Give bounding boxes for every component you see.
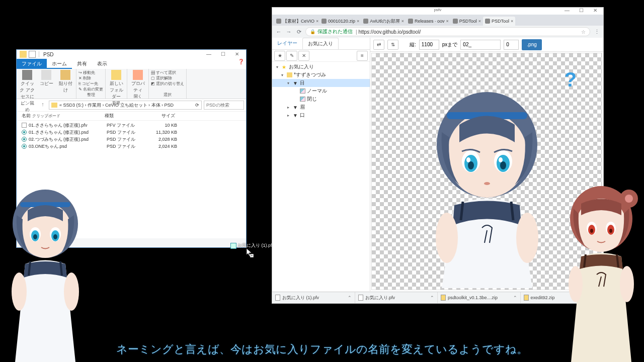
tree-node[interactable]: ▸▼眉	[272, 103, 370, 111]
file-row[interactable]: 02.つづみちゃん (修正後).psdPSD ファイル2,028 KB	[22, 136, 241, 143]
psdtool-sidebar: レイヤー お気に入り ★ ✎ ✕ ≡ ▾★お気に入り▾*すずきつづみ▾▼目ノーマ…	[272, 38, 370, 291]
minimize-button[interactable]: —	[202, 50, 216, 59]
chevron-up-icon[interactable]: ⌃	[348, 295, 352, 300]
folder-icon	[51, 103, 57, 108]
filter-icon: ▼	[293, 105, 298, 110]
menu-button[interactable]: ⋮	[593, 29, 600, 35]
character-preview	[412, 77, 562, 290]
size-input[interactable]	[419, 40, 439, 50]
moveto-button[interactable]: ↪ 移動先	[78, 70, 103, 75]
tab-view[interactable]: 表示	[92, 59, 112, 69]
file-icon	[230, 243, 236, 249]
chevron-up-icon[interactable]: ⌃	[430, 295, 434, 300]
menu-button[interactable]: ≡	[357, 51, 368, 61]
browser-tab[interactable]: PSDTool×	[483, 17, 515, 26]
close-button[interactable]: ✕	[588, 8, 602, 13]
svg-point-12	[499, 157, 503, 162]
close-tab-icon[interactable]: ×	[446, 19, 448, 24]
copyto-button[interactable]: ⎘ コピー先	[78, 81, 103, 86]
file-icon	[22, 123, 27, 128]
file-icon	[22, 144, 27, 149]
tree-node[interactable]: ▾★お気に入り	[272, 63, 370, 71]
minimize-button[interactable]: —	[560, 8, 574, 13]
selectall-button[interactable]: ▦ すべて選択	[151, 70, 184, 75]
export-png-button[interactable]: .png	[522, 39, 541, 50]
browser-titlebar[interactable]: psfv — ☐ ✕	[272, 8, 603, 15]
properties-button[interactable]: プロパティ	[129, 70, 146, 94]
character-right	[553, 181, 644, 362]
chevron-up-icon[interactable]: ⌃	[513, 295, 517, 300]
help-icon[interactable]: ❓	[236, 59, 246, 69]
up-button[interactable]: ↑	[39, 101, 47, 109]
selectnone-button[interactable]: ▢ 選択解除	[151, 75, 184, 81]
question-mark-icon: ?	[565, 68, 577, 91]
rename-button[interactable]: ✎ 名前の変更	[78, 86, 103, 92]
favicon	[363, 19, 368, 24]
browser-tab[interactable]: PSDTool×	[451, 17, 483, 26]
browser-tab[interactable]: 00010120.zip×	[319, 17, 361, 26]
svg-point-36	[609, 229, 612, 233]
tab-share[interactable]: 共有	[72, 59, 92, 69]
svg-point-11	[466, 157, 470, 162]
star-icon[interactable]: ☆	[581, 29, 586, 35]
newfolder-button[interactable]: 新しいフォルダー	[108, 70, 125, 100]
file-row[interactable]: 03.ONEちゃん.psdPSD ファイル2,024 KB	[22, 143, 241, 150]
seq-input[interactable]	[504, 40, 519, 50]
tab-layer[interactable]: レイヤー	[272, 38, 302, 49]
back-button[interactable]: ←	[19, 101, 27, 109]
breadcrumb[interactable]: « SSD3 (S:) › 作業用 › CeVIO 立ち絵セット › 本体 › …	[49, 101, 202, 110]
close-tab-icon[interactable]: ×	[511, 19, 513, 24]
tab-favorite[interactable]: お気に入り	[302, 38, 339, 49]
explorer-titlebar[interactable]: PSD — ☐ ✕	[17, 50, 246, 59]
tree-node[interactable]: ノーマル	[272, 87, 370, 95]
favorite-tree: ▾★お気に入り▾*すずきつづみ▾▼目ノーマル閉じ▸▼眉▸▼口	[272, 62, 370, 291]
close-tab-icon[interactable]: ×	[316, 19, 318, 24]
search-input[interactable]	[204, 101, 244, 110]
star-button[interactable]: ★	[274, 51, 285, 61]
address-bar[interactable]: 🔒 保護された通信 | https://oov.github.io/psdtoo…	[305, 27, 590, 36]
close-tab-icon[interactable]: ×	[401, 19, 404, 24]
maximize-button[interactable]: ☐	[216, 50, 230, 59]
flip-h-button[interactable]: ⇄	[373, 40, 384, 50]
reload-button[interactable]: ⟳	[295, 29, 302, 35]
tree-node[interactable]: ▸▼口	[272, 111, 370, 119]
browser-tab[interactable]: AviUtlのお部屋×	[361, 17, 406, 26]
delete-button[interactable]: ✕	[298, 51, 309, 61]
back-button[interactable]: ←	[275, 29, 282, 35]
favicon	[408, 19, 413, 24]
tree-node[interactable]: 閉じ	[272, 95, 370, 103]
column-headers[interactable]: 名前 種類 サイズ	[17, 112, 246, 121]
cursor-copy-icon: +	[247, 248, 254, 257]
forward-button[interactable]: →	[285, 29, 292, 35]
browser-toolbar: ← → ⟳ 🔒 保護された通信 | https://oov.github.io/…	[272, 26, 603, 38]
sidebar-toolbar: ★ ✎ ✕ ≡	[272, 50, 370, 62]
sidebar-tabs: レイヤー お気に入り	[272, 38, 370, 50]
file-list: 01.ささらちゃん (修正後).pfvPFV ファイル10 KB01.ささらちゃ…	[17, 121, 246, 151]
name-input[interactable]	[460, 40, 501, 50]
invert-button[interactable]: ◩ 選択の切り替え	[151, 81, 184, 86]
psdtool-topbar: ⇄ ⇅ 縦: pxまで .png	[370, 38, 603, 52]
tab-file[interactable]: ファイル	[17, 59, 47, 69]
browser-tab[interactable]: 【素材】CeVIO×	[274, 17, 319, 26]
edit-button[interactable]: ✎	[286, 51, 297, 61]
download-item[interactable]: psdtoolkit_v0.1.3be....zip⌃	[438, 292, 521, 303]
forward-button[interactable]: →	[29, 101, 37, 109]
svg-point-35	[590, 229, 593, 233]
tree-node[interactable]: ▾▼目	[272, 79, 370, 87]
delete-button[interactable]: ✕ 削除	[78, 75, 103, 81]
file-row[interactable]: 01.ささらちゃん (修正後).psdPSD ファイル11,320 KB	[22, 129, 241, 136]
tree-node[interactable]: ▾*すずきつづみ	[272, 71, 370, 79]
download-item[interactable]: お気に入り (1).pfv⌃	[272, 292, 355, 303]
close-button[interactable]: ✕	[230, 50, 244, 59]
file-row[interactable]: 01.ささらちゃん (修正後).pfvPFV ファイル10 KB	[22, 122, 241, 129]
close-tab-icon[interactable]: ×	[478, 19, 481, 24]
file-icon	[358, 295, 363, 301]
favicon	[321, 19, 327, 24]
close-tab-icon[interactable]: ×	[357, 19, 359, 24]
download-item[interactable]: お気に入り.pfv⌃	[355, 292, 438, 303]
tab-home[interactable]: ホーム	[47, 59, 72, 69]
image-icon	[300, 88, 305, 94]
maximize-button[interactable]: ☐	[574, 8, 588, 13]
browser-tab[interactable]: Releases · oov×	[406, 17, 451, 26]
flip-v-button[interactable]: ⇅	[387, 40, 398, 50]
